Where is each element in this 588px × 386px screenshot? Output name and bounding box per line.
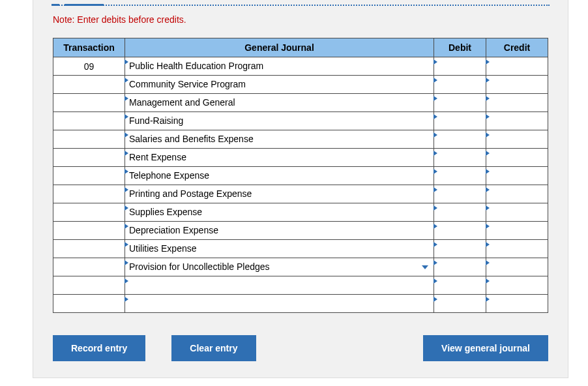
- account-value: Salaries and Benefits Expense: [125, 130, 434, 147]
- table-row: [53, 295, 548, 313]
- field-marker-icon: [434, 132, 437, 138]
- debit-cell[interactable]: [434, 276, 486, 295]
- account-cell[interactable]: Public Health Education Program: [125, 57, 434, 76]
- field-marker-icon: [486, 114, 490, 119]
- field-marker-icon: [486, 78, 490, 83]
- field-marker-icon: [125, 224, 128, 229]
- account-cell[interactable]: Depreciation Expense: [125, 222, 434, 240]
- transaction-cell[interactable]: [53, 185, 125, 203]
- account-cell[interactable]: Telephone Expense: [125, 167, 434, 185]
- tab-strip: [51, 4, 550, 7]
- account-cell[interactable]: Printing and Postage Expense: [125, 185, 434, 203]
- account-cell[interactable]: Community Service Program: [125, 76, 434, 94]
- transaction-cell[interactable]: [53, 94, 125, 112]
- credit-cell[interactable]: [486, 276, 548, 295]
- debit-cell[interactable]: [434, 94, 486, 112]
- account-cell[interactable]: Provision for Uncollectible Pledges: [125, 258, 434, 276]
- transaction-cell[interactable]: [53, 276, 125, 295]
- field-marker-icon: [125, 169, 128, 174]
- transaction-cell[interactable]: [53, 167, 125, 185]
- transaction-cell[interactable]: 09: [53, 57, 125, 76]
- field-marker-icon: [125, 260, 128, 265]
- debit-cell[interactable]: [434, 203, 486, 222]
- debit-cell[interactable]: [434, 167, 486, 185]
- debit-cell[interactable]: [434, 240, 486, 258]
- credit-cell[interactable]: [486, 222, 548, 240]
- credit-cell[interactable]: [486, 258, 548, 276]
- credit-cell[interactable]: [486, 185, 548, 203]
- th-general-journal: General Journal: [125, 38, 434, 57]
- transaction-cell[interactable]: [53, 240, 125, 258]
- field-marker-icon: [486, 169, 490, 174]
- transaction-cell[interactable]: [53, 203, 125, 222]
- credit-cell[interactable]: [486, 203, 548, 222]
- account-cell[interactable]: [125, 295, 434, 313]
- field-marker-icon: [125, 59, 128, 65]
- transaction-cell[interactable]: [53, 76, 125, 94]
- account-value: Printing and Postage Expense: [125, 185, 434, 202]
- field-marker-icon: [486, 96, 490, 101]
- debit-cell[interactable]: [434, 76, 486, 94]
- account-value: Utilities Expense: [125, 240, 434, 257]
- account-cell[interactable]: Rent Expense: [125, 149, 434, 167]
- account-cell[interactable]: Fund-Raising: [125, 112, 434, 130]
- field-marker-icon: [125, 114, 128, 119]
- field-marker-icon: [125, 151, 128, 156]
- account-cell[interactable]: [125, 276, 434, 295]
- transaction-cell[interactable]: [53, 130, 125, 149]
- transaction-cell[interactable]: [53, 112, 125, 130]
- account-value: Fund-Raising: [125, 112, 434, 129]
- credit-cell[interactable]: [486, 57, 548, 76]
- th-credit: Credit: [486, 38, 548, 57]
- account-cell[interactable]: Supplies Expense: [125, 203, 434, 222]
- transaction-cell[interactable]: [53, 149, 125, 167]
- field-marker-icon: [486, 132, 490, 138]
- credit-cell[interactable]: [486, 112, 548, 130]
- journal-table: Transaction General Journal Debit Credit…: [53, 38, 548, 313]
- debit-cell[interactable]: [434, 149, 486, 167]
- field-marker-icon: [486, 224, 490, 229]
- credit-cell[interactable]: [486, 240, 548, 258]
- credit-cell[interactable]: [486, 167, 548, 185]
- account-cell[interactable]: Salaries and Benefits Expense: [125, 130, 434, 149]
- field-marker-icon: [434, 260, 437, 265]
- field-marker-icon: [486, 278, 490, 284]
- transaction-cell[interactable]: [53, 258, 125, 276]
- transaction-cell[interactable]: [53, 222, 125, 240]
- credit-cell[interactable]: [486, 149, 548, 167]
- table-row: Rent Expense: [53, 149, 548, 167]
- debit-cell[interactable]: [434, 258, 486, 276]
- field-marker-icon: [434, 114, 437, 119]
- field-marker-icon: [434, 278, 437, 284]
- field-marker-icon: [434, 224, 437, 229]
- debit-cell[interactable]: [434, 295, 486, 313]
- th-transaction: Transaction: [53, 38, 125, 57]
- debit-cell[interactable]: [434, 57, 486, 76]
- table-row: 09Public Health Education Program: [53, 57, 548, 76]
- field-marker-icon: [434, 205, 437, 211]
- field-marker-icon: [486, 187, 490, 192]
- debit-cell[interactable]: [434, 112, 486, 130]
- credit-cell[interactable]: [486, 130, 548, 149]
- field-marker-icon: [486, 151, 490, 156]
- field-marker-icon: [125, 96, 128, 101]
- field-marker-icon: [434, 187, 437, 192]
- clear-entry-button[interactable]: Clear entry: [171, 335, 256, 361]
- note-text: Note: Enter debits before credits.: [53, 14, 186, 25]
- chevron-down-icon[interactable]: [422, 265, 428, 269]
- field-marker-icon: [434, 78, 437, 83]
- transaction-cell[interactable]: [53, 295, 125, 313]
- account-cell[interactable]: Utilities Expense: [125, 240, 434, 258]
- record-entry-button[interactable]: Record entry: [53, 335, 145, 361]
- debit-cell[interactable]: [434, 222, 486, 240]
- debit-cell[interactable]: [434, 130, 486, 149]
- field-marker-icon: [486, 297, 490, 302]
- credit-cell[interactable]: [486, 76, 548, 94]
- table-row: Utilities Expense: [53, 240, 548, 258]
- credit-cell[interactable]: [486, 295, 548, 313]
- debit-cell[interactable]: [434, 185, 486, 203]
- field-marker-icon: [125, 78, 128, 83]
- account-cell[interactable]: Management and General: [125, 94, 434, 112]
- credit-cell[interactable]: [486, 94, 548, 112]
- view-general-journal-button[interactable]: View general journal: [423, 335, 548, 361]
